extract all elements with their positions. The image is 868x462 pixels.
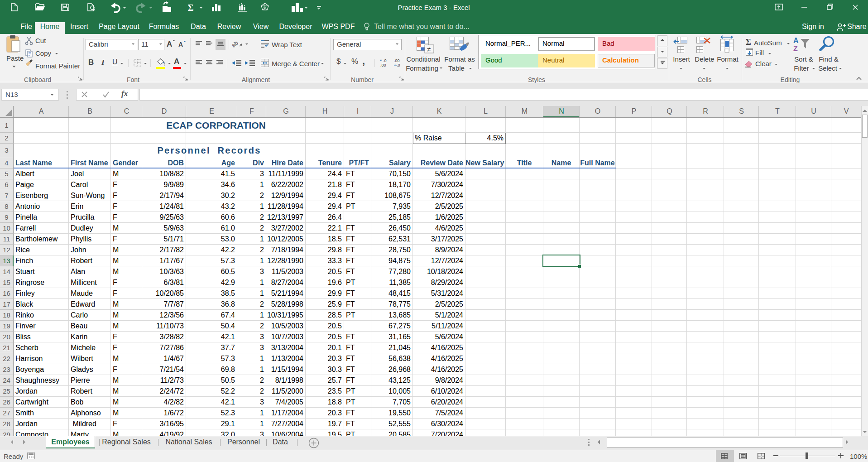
svg-text:Z: Z: [793, 45, 798, 53]
svg-text:A: A: [793, 37, 799, 44]
svg-text:.00: .00: [380, 63, 386, 67]
svg-text:Σ: Σ: [187, 3, 193, 13]
svg-text:.0: .0: [383, 58, 387, 63]
svg-text:.0: .0: [397, 63, 400, 67]
svg-text:.00: .00: [394, 58, 400, 63]
svg-text:≠: ≠: [427, 45, 431, 53]
